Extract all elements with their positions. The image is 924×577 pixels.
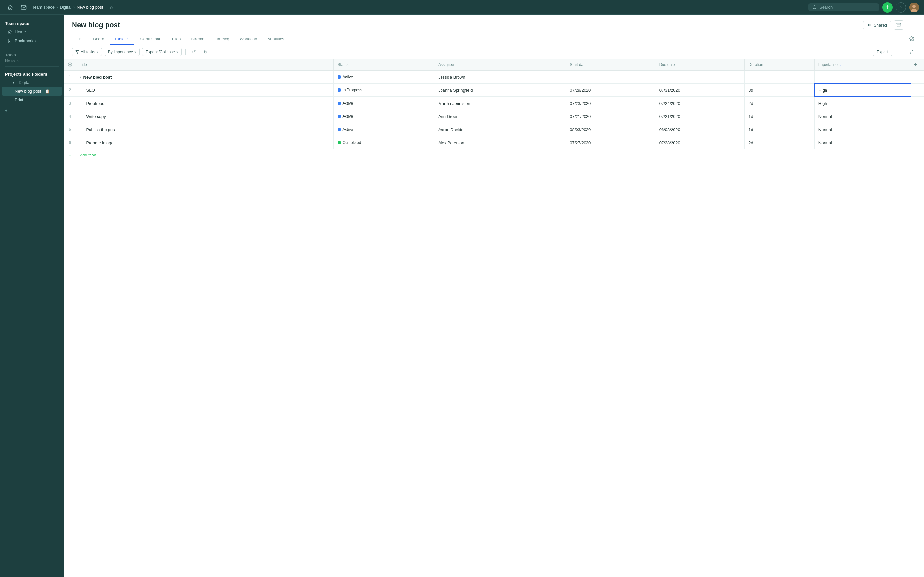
- gear-icon[interactable]: [68, 63, 72, 68]
- duration-cell-2[interactable]: 3d: [745, 84, 814, 97]
- duration-cell-1[interactable]: [745, 71, 814, 84]
- pin-icon[interactable]: ☆: [106, 2, 116, 13]
- status-dot-5: [338, 128, 341, 131]
- duration-cell-6[interactable]: 2d: [745, 136, 814, 149]
- archive-icon[interactable]: [894, 20, 903, 30]
- tab-board[interactable]: Board: [89, 34, 109, 45]
- assignee-cell-1[interactable]: Jessica Brown: [434, 71, 565, 84]
- duration-cell-4[interactable]: 1d: [745, 110, 814, 123]
- importance-cell-2[interactable]: High: [814, 84, 911, 97]
- start-date-cell-5[interactable]: 08/03/2020: [566, 123, 656, 136]
- assignee-cell-5[interactable]: Aaron Davids: [434, 123, 565, 136]
- tab-files[interactable]: Files: [168, 34, 185, 45]
- add-task-cell[interactable]: Add task: [76, 149, 924, 161]
- due-date-cell-3[interactable]: 07/24/2020: [655, 97, 745, 110]
- breadcrumb: Team space › Digital › New blog post: [32, 5, 103, 10]
- status-label-1: Active: [342, 75, 353, 79]
- help-icon[interactable]: ?: [896, 2, 906, 13]
- tab-analytics[interactable]: Analytics: [263, 34, 289, 45]
- settings-col-header: [64, 59, 76, 71]
- assignee-cell-4[interactable]: Ann Green: [434, 110, 565, 123]
- add-column-button[interactable]: +: [911, 61, 920, 68]
- home-nav-icon[interactable]: [5, 2, 15, 13]
- tab-settings-button[interactable]: [907, 34, 916, 44]
- tab-gantt-chart[interactable]: Gantt Chart: [136, 34, 166, 45]
- tab-timelog[interactable]: Timelog: [210, 34, 234, 45]
- sidebar-home-label: Home: [15, 29, 26, 34]
- start-date-cell-3[interactable]: 07/23/2020: [566, 97, 656, 110]
- sort-button[interactable]: By Importance ▾: [105, 48, 140, 56]
- sidebar-item-digital[interactable]: ▾ Digital: [2, 78, 62, 87]
- importance-cell-5[interactable]: Normal: [814, 123, 911, 136]
- due-date-cell-5[interactable]: 08/03/2020: [655, 123, 745, 136]
- due-date-cell-1[interactable]: [655, 71, 745, 84]
- filter-chevron: ▾: [97, 50, 99, 54]
- tab-stream[interactable]: Stream: [186, 34, 209, 45]
- avatar[interactable]: [909, 3, 919, 12]
- status-dot-1: [338, 75, 341, 79]
- status-dot-6: [338, 141, 341, 144]
- add-button[interactable]: +: [882, 2, 893, 13]
- title-cell-5[interactable]: Publish the post: [76, 123, 334, 136]
- assignee-cell-2[interactable]: Joanna Springfield: [434, 84, 565, 97]
- duration-cell-5[interactable]: 1d: [745, 123, 814, 136]
- status-cell-6[interactable]: Completed: [334, 136, 434, 149]
- svg-point-6: [868, 24, 869, 26]
- breadcrumb-team-space[interactable]: Team space: [32, 5, 55, 10]
- main-layout: Team space Home Bookmarks Tools No tools…: [0, 15, 924, 577]
- status-cell-4[interactable]: Active: [334, 110, 434, 123]
- status-cell-2[interactable]: In Progress: [334, 84, 434, 97]
- assignee-cell-3[interactable]: Martha Jenniston: [434, 97, 565, 110]
- status-cell-3[interactable]: Active: [334, 97, 434, 110]
- start-date-cell-4[interactable]: 07/21/2020: [566, 110, 656, 123]
- sidebar-item-print[interactable]: Print: [2, 95, 62, 104]
- filter-button[interactable]: All tasks ▾: [72, 48, 102, 56]
- search-bar[interactable]: Search: [809, 3, 879, 11]
- add-item-button[interactable]: +: [5, 108, 8, 113]
- start-date-cell-1[interactable]: [566, 71, 656, 84]
- page-header: New blog post Shared ··· List Board Tabl…: [64, 15, 924, 45]
- title-cell-2[interactable]: SEO: [76, 84, 334, 97]
- row-num-3: 3: [64, 97, 76, 110]
- start-date-cell-2[interactable]: 07/29/2020: [566, 84, 656, 97]
- title-cell-3[interactable]: Proofread: [76, 97, 334, 110]
- undo-button[interactable]: ↺: [190, 48, 199, 56]
- tab-table[interactable]: Table: [110, 34, 134, 45]
- breadcrumb-digital[interactable]: Digital: [60, 5, 71, 10]
- redo-button[interactable]: ↻: [201, 48, 210, 56]
- status-cell-5[interactable]: Active: [334, 123, 434, 136]
- bookmarks-icon: [7, 38, 12, 43]
- sidebar-item-new-blog-post[interactable]: New blog post 📋: [2, 87, 62, 95]
- title-cell-6[interactable]: Prepare images: [76, 136, 334, 149]
- assignee-cell-6[interactable]: Alex Peterson: [434, 136, 565, 149]
- mail-nav-icon[interactable]: [19, 2, 29, 13]
- importance-cell-4[interactable]: Normal: [814, 110, 911, 123]
- expand-icon-1[interactable]: ▾: [80, 75, 81, 79]
- start-date-cell-6[interactable]: 07/27/2020: [566, 136, 656, 149]
- add-task-plus-icon[interactable]: +: [69, 153, 71, 158]
- importance-cell-3[interactable]: High: [814, 97, 911, 110]
- sidebar-item-home[interactable]: Home: [2, 27, 62, 36]
- shared-icon: [867, 23, 872, 27]
- svg-marker-13: [76, 51, 79, 53]
- title-cell-4[interactable]: Write copy: [76, 110, 334, 123]
- importance-cell-1[interactable]: [814, 71, 911, 84]
- page-header-top: New blog post Shared ···: [72, 20, 916, 30]
- title-cell-1[interactable]: ▾ New blog post: [76, 71, 334, 84]
- duration-cell-3[interactable]: 2d: [745, 97, 814, 110]
- due-date-cell-4[interactable]: 07/21/2020: [655, 110, 745, 123]
- sidebar-item-bookmarks[interactable]: Bookmarks: [2, 36, 62, 45]
- shared-button[interactable]: Shared: [863, 21, 891, 29]
- more-options-icon[interactable]: ···: [906, 20, 916, 30]
- tab-workload[interactable]: Workload: [235, 34, 262, 45]
- more-toolbar-icon[interactable]: ···: [895, 47, 904, 56]
- fullscreen-icon[interactable]: [907, 48, 916, 56]
- expand-collapse-button[interactable]: Expand/Collapse ▾: [142, 48, 182, 56]
- due-date-cell-6[interactable]: 07/28/2020: [655, 136, 745, 149]
- importance-cell-6[interactable]: Normal: [814, 136, 911, 149]
- status-cell-1[interactable]: Active: [334, 71, 434, 84]
- due-date-cell-2[interactable]: 07/31/2020: [655, 84, 745, 97]
- tab-list[interactable]: List: [72, 34, 87, 45]
- sidebar-digital-label: Digital: [19, 80, 30, 85]
- export-button[interactable]: Export: [873, 48, 892, 56]
